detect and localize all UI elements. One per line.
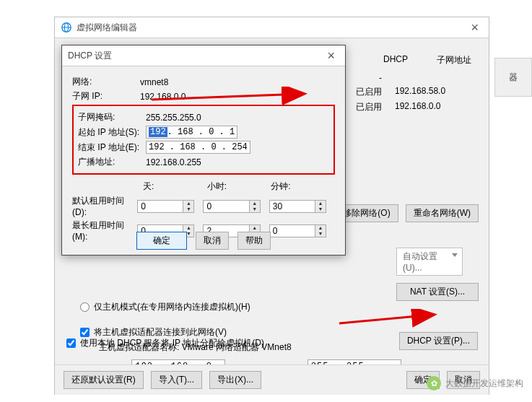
dhcp-settings-button[interactable]: DHCP 设置(P)... (399, 332, 478, 350)
dhcp-subnetip-value: 192.168.0.0 (140, 92, 186, 102)
spin-up-icon[interactable]: ▲ (183, 225, 193, 231)
net-value: vmnet8 (140, 77, 168, 87)
globe-icon (61, 22, 72, 33)
spin-up-icon[interactable]: ▲ (315, 225, 326, 231)
broadcast-label: 广播地址: (78, 156, 146, 168)
rename-network-button[interactable]: 重命名网络(W) (406, 204, 479, 222)
restore-defaults-button[interactable]: 还原默认设置(R) (64, 371, 144, 389)
default-days-spin[interactable]: 0▲▼ (137, 200, 194, 213)
network-table-header: DHCP 子网地址 (399, 51, 477, 69)
broadcast-value: 192.168.0.255 (146, 157, 201, 167)
dhcp-title: DHCP 设置 (68, 45, 112, 66)
dhcp-titlebar: DHCP 设置 × (62, 45, 345, 66)
spin-down-icon[interactable]: ▼ (250, 206, 260, 212)
end-ip-input[interactable]: 192 . 168 . 0 . 254 (146, 141, 250, 154)
col-subnet: 子网地址 (431, 51, 477, 69)
dhcp-subnetip-label: 子网 IP: (72, 90, 140, 102)
start-ip-label: 起始 IP 地址(S): (78, 126, 146, 139)
spin-up-icon[interactable]: ▲ (250, 201, 260, 206)
spin-up-icon[interactable]: ▲ (250, 225, 260, 231)
net-label: 网络: (72, 76, 140, 88)
mask-label: 子网掩码: (78, 111, 146, 123)
account-name: 大数据开发运维架构 (445, 377, 523, 390)
parent-close-button[interactable]: × (466, 17, 483, 38)
dhcp-settings-dialog: DHCP 设置 × 网络:vmnet8 子网 IP:192.168.0.0 子网… (61, 45, 346, 255)
auto-settings-combo[interactable]: 自动设置(U)... (396, 248, 463, 276)
avatar-icon: ✿ (427, 376, 441, 390)
network-table-rows: - 已启用192.168.58.0 已启用192.168.0.0 (350, 71, 480, 115)
spin-up-icon[interactable]: ▲ (315, 201, 326, 206)
account-badge: ✿ 大数据开发运维架构 (427, 376, 523, 390)
col-hours: 小时: (207, 180, 271, 193)
highlighted-ip-fields: 子网掩码:255.255.255.0 起始 IP 地址(S): 192. 168… (72, 105, 335, 175)
col-dhcp: DHCP (378, 51, 414, 69)
hostonly-radio[interactable] (80, 302, 90, 312)
default-lease-label: 默认租用时间(D): (72, 195, 137, 217)
dhcp-help-button[interactable]: 帮助 (237, 232, 271, 250)
col-days: 天: (143, 180, 207, 193)
dhcp-cancel-button[interactable]: 取消 (196, 232, 229, 250)
col-mins: 分钟: (271, 180, 335, 193)
table-row[interactable]: 已启用192.168.58.0 (350, 84, 480, 100)
dhcp-close-button[interactable]: × (323, 45, 339, 66)
use-dhcp-checkbox[interactable] (66, 338, 76, 348)
export-button[interactable]: 导出(X)... (209, 371, 261, 389)
default-hours-spin[interactable]: 0▲▼ (203, 200, 260, 213)
dhcp-ok-button[interactable]: 确定 (136, 232, 187, 250)
default-mins-spin[interactable]: 30▲▼ (269, 200, 326, 213)
parent-bottom-bar: 还原默认设置(R) 导入(T)... 导出(X)... 确定 取消 (55, 364, 489, 395)
table-row[interactable]: - (350, 71, 480, 84)
import-button[interactable]: 导入(T)... (151, 371, 202, 389)
mask-value: 255.255.255.0 (146, 113, 201, 123)
use-dhcp-label: 使用本地 DHCP 服务将 IP 地址分配给虚拟机(D) (80, 337, 264, 349)
table-row[interactable]: 已启用192.168.0.0 (350, 100, 480, 115)
end-ip-label: 结束 IP 地址(E): (78, 141, 146, 154)
parent-titlebar: 虚拟网络编辑器 × (55, 17, 489, 38)
parent-title: 虚拟网络编辑器 (77, 17, 137, 38)
hostonly-radio-row[interactable]: 仅主机模式(在专用网络内连接虚拟机)(H) (80, 301, 481, 313)
hostonly-label: 仅主机模式(在专用网络内连接虚拟机)(H) (94, 301, 250, 313)
spin-up-icon[interactable]: ▲ (183, 201, 193, 206)
spin-down-icon[interactable]: ▼ (315, 206, 326, 212)
start-ip-input[interactable]: 192. 168 . 0 . 1 (146, 126, 237, 139)
outer-window-fragment: 器 (494, 58, 532, 97)
spin-down-icon[interactable]: ▼ (183, 206, 193, 212)
